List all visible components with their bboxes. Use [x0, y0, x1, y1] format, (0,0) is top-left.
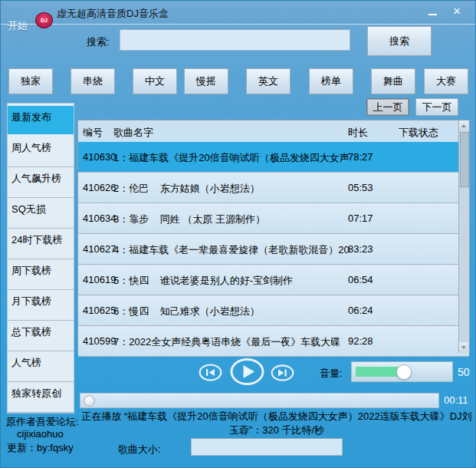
header-download-status: 下载状态	[399, 126, 438, 140]
scroll-up-icon[interactable]	[459, 120, 468, 131]
scroll-down-icon[interactable]	[459, 342, 468, 353]
sidebar-item-popularity[interactable]: 人气榜	[8, 351, 74, 382]
prev-page-button[interactable]: 上一页	[366, 98, 409, 116]
sidebar-category-list: 最新发布 周人气榜 人气飙升榜 SQ无损 24时下载榜 周下载榜 月下载榜 总下…	[7, 103, 74, 414]
table-row[interactable]: 410627 4：福建车载《老一辈最喜爱旋律（老歌新歌混音）20 83:23	[78, 234, 469, 265]
table-row[interactable]: 410634 3：靠步 同姓 （太原 王源制作） 07:17	[78, 203, 469, 234]
window-title: 虚无超高清音质DJ音乐盒	[57, 7, 169, 21]
volume-label: 音量:	[320, 367, 343, 381]
previous-track-button[interactable]	[199, 364, 222, 381]
close-icon: ×	[453, 5, 461, 18]
next-track-button[interactable]	[271, 364, 294, 381]
header-song-name: 歌曲名字	[113, 126, 153, 140]
app-window: 虚无超高清音质DJ音乐盒 × DJ 开始 搜索: 搜索 独家 串烧 中文 慢摇 …	[0, 0, 476, 468]
search-label: 搜索:	[87, 35, 110, 49]
category-slow-shake-button[interactable]: 慢摇	[184, 68, 228, 94]
app-logo-icon: DJ	[35, 12, 53, 28]
next-page-button[interactable]: 下一页	[415, 98, 458, 116]
sidebar-item-week-popularity[interactable]: 周人气榜	[8, 137, 74, 167]
elapsed-time: 00:11	[444, 394, 468, 406]
volume-slider[interactable]	[351, 361, 453, 382]
header-id: 编号	[83, 126, 103, 140]
credit-original-author: 原作者吾爱论坛:	[6, 415, 79, 429]
category-english-button[interactable]: 英文	[246, 68, 291, 94]
sidebar-item-exclusive-original[interactable]: 独家转原创	[8, 382, 74, 413]
table-scrollbar[interactable]	[458, 120, 469, 353]
sidebar-item-latest-release[interactable]: 最新发布	[8, 106, 74, 134]
play-icon	[230, 358, 264, 385]
category-dance-button[interactable]: 舞曲	[371, 68, 415, 94]
volume-value: 50	[458, 366, 470, 378]
header-duration: 时长	[348, 126, 368, 140]
table-row[interactable]: 410625 6：慢四 知己难求（小岩想法） 06:24	[78, 295, 469, 326]
previous-track-icon	[199, 364, 222, 381]
start-menu[interactable]: 开始	[8, 19, 28, 33]
sidebar-item-month-download[interactable]: 月下载榜	[8, 290, 74, 321]
scrollbar-thumb[interactable]	[460, 132, 469, 187]
next-track-icon	[271, 364, 294, 381]
category-contest-button[interactable]: 大赛	[424, 68, 468, 94]
category-mix-button[interactable]: 串烧	[71, 68, 115, 94]
category-chart-button[interactable]: 榜单	[309, 68, 353, 94]
minimize-button[interactable]	[420, 1, 445, 21]
credit-author-name: cijixiaohuo	[17, 428, 64, 440]
table-row[interactable]: 410626 2：伦巴 东方姑娘（小岩想法） 05:53	[78, 173, 469, 203]
search-button[interactable]: 搜索	[367, 26, 432, 56]
sidebar-item-total-download[interactable]: 总下载榜	[8, 321, 74, 351]
search-input[interactable]	[120, 29, 350, 51]
song-size-field[interactable]	[191, 438, 343, 456]
sidebar-item-24h-download[interactable]: 24时下载榜	[8, 229, 74, 259]
minimize-icon	[428, 14, 437, 15]
titlebar: 虚无超高清音质DJ音乐盒 ×	[1, 1, 475, 25]
close-button[interactable]: ×	[445, 1, 469, 21]
play-button[interactable]	[230, 358, 264, 385]
table-header-row: 编号 歌曲名字 时长 下载状态	[78, 120, 469, 142]
table-row[interactable]: 410630 1：福建车载《提升20倍音响试听（极品发烧四大女声 78:27	[78, 142, 469, 173]
progress-thumb[interactable]	[84, 395, 95, 407]
song-size-label: 歌曲大小:	[118, 443, 161, 456]
song-table: 编号 歌曲名字 时长 下载状态 410630 1：福建车载《提升20倍音响试听（…	[77, 120, 470, 354]
table-row[interactable]: 410599 7：2022全女声经典粤语串烧《最后一夜》车载大碟 92:28	[78, 326, 469, 357]
sidebar-item-popularity-rising[interactable]: 人气飙升榜	[8, 167, 74, 198]
playback-progress-bar[interactable]	[80, 393, 439, 408]
category-exclusive-button[interactable]: 独家	[8, 68, 53, 94]
table-row[interactable]: 410619 5：快四 谁说老婆是别人的好-宝剑制作 06:54	[78, 265, 469, 295]
now-playing-status: 正在播放 “福建车载《提升20倍音响试听（极品发烧四大女声）2022连版车载大碟…	[77, 410, 476, 437]
category-chinese-button[interactable]: 中文	[133, 68, 177, 94]
credit-updater: 更新：by:fqsky	[7, 441, 74, 455]
sidebar-item-week-download[interactable]: 周下载榜	[8, 259, 74, 290]
volume-slider-thumb[interactable]	[396, 364, 412, 380]
sidebar-item-sq-lossless[interactable]: SQ无损	[8, 198, 74, 229]
